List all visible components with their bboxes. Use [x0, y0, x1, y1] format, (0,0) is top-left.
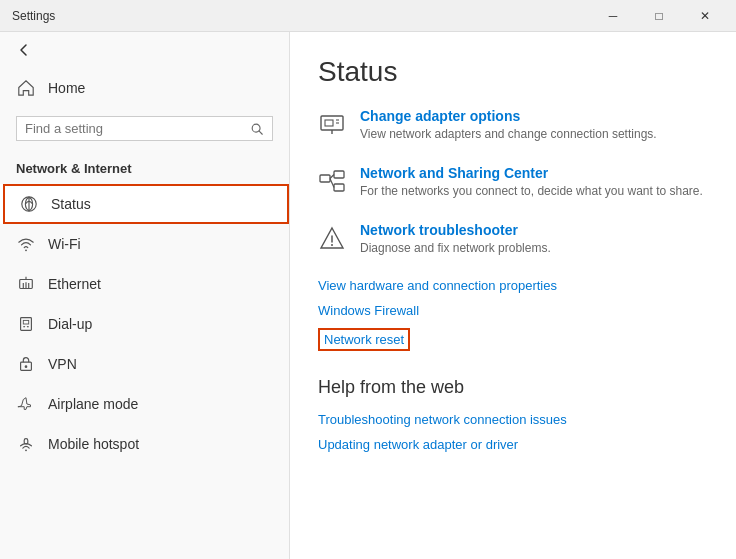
back-button[interactable] — [0, 32, 289, 68]
ethernet-icon — [16, 274, 36, 294]
sharing-text: Network and Sharing Center For the netwo… — [360, 165, 703, 200]
sidebar-item-airplane[interactable]: Airplane mode — [0, 384, 289, 424]
main-panel: Status Change adapter options View netwo… — [290, 32, 736, 559]
hardware-props-link[interactable]: View hardware and connection properties — [318, 278, 708, 293]
troubleshooter-text: Network troubleshooter Diagnose and fix … — [360, 222, 551, 257]
sharing-desc: For the networks you connect to, decide … — [360, 183, 703, 200]
svg-point-16 — [25, 365, 28, 368]
page-title: Status — [318, 56, 708, 88]
dialup-label: Dial-up — [48, 316, 92, 332]
vpn-label: VPN — [48, 356, 77, 372]
section-title: Network & Internet — [0, 149, 289, 184]
dialup-icon — [16, 314, 36, 334]
airplane-icon — [16, 394, 36, 414]
svg-rect-20 — [325, 120, 333, 126]
wifi-icon — [16, 234, 36, 254]
setting-item-troubleshooter: Network troubleshooter Diagnose and fix … — [318, 222, 708, 257]
adapter-text: Change adapter options View network adap… — [360, 108, 657, 143]
search-box[interactable] — [16, 116, 273, 141]
sharing-title[interactable]: Network and Sharing Center — [360, 165, 703, 181]
maximize-button[interactable]: □ — [636, 0, 682, 32]
help-title: Help from the web — [318, 377, 708, 398]
adapter-title[interactable]: Change adapter options — [360, 108, 657, 124]
wifi-label: Wi-Fi — [48, 236, 81, 252]
troubleshooter-title[interactable]: Network troubleshooter — [360, 222, 551, 238]
svg-rect-25 — [334, 171, 344, 178]
main-content: Home Network & Internet — [0, 32, 736, 559]
svg-line-1 — [259, 131, 262, 134]
troubleshooter-desc: Diagnose and fix network problems. — [360, 240, 551, 257]
svg-point-17 — [25, 449, 27, 451]
sharing-icon — [318, 167, 346, 199]
search-input[interactable] — [25, 121, 250, 136]
adapter-icon — [318, 110, 346, 142]
sidebar-item-wifi[interactable]: Wi-Fi — [0, 224, 289, 264]
adapter-desc: View network adapters and change connect… — [360, 126, 657, 143]
title-bar: Settings ─ □ ✕ — [0, 0, 736, 32]
svg-line-28 — [330, 178, 334, 187]
ethernet-label: Ethernet — [48, 276, 101, 292]
home-label: Home — [48, 80, 85, 96]
sidebar: Home Network & Internet — [0, 32, 290, 559]
home-icon — [16, 78, 36, 98]
vpn-icon — [16, 354, 36, 374]
network-reset-link[interactable]: Network reset — [318, 328, 410, 351]
sidebar-item-ethernet[interactable]: Ethernet — [0, 264, 289, 304]
sidebar-item-status[interactable]: Status — [0, 184, 289, 224]
window-controls: ─ □ ✕ — [590, 0, 728, 32]
sidebar-item-hotspot[interactable]: Mobile hotspot — [0, 424, 289, 464]
airplane-label: Airplane mode — [48, 396, 138, 412]
svg-rect-26 — [334, 184, 344, 191]
svg-rect-24 — [320, 175, 330, 182]
window-title: Settings — [12, 9, 55, 23]
troubleshoot-conn-link[interactable]: Troubleshooting network connection issue… — [318, 412, 708, 427]
svg-rect-19 — [321, 116, 343, 130]
status-icon — [19, 194, 39, 214]
sidebar-item-home[interactable]: Home — [0, 68, 289, 108]
close-button[interactable]: ✕ — [682, 0, 728, 32]
minimize-button[interactable]: ─ — [590, 0, 636, 32]
firewall-link[interactable]: Windows Firewall — [318, 303, 708, 318]
settings-window: Settings ─ □ ✕ Home — [0, 0, 736, 559]
status-label: Status — [51, 196, 91, 212]
back-icon — [16, 42, 32, 58]
sidebar-item-vpn[interactable]: VPN — [0, 344, 289, 384]
setting-item-sharing: Network and Sharing Center For the netwo… — [318, 165, 708, 200]
hotspot-label: Mobile hotspot — [48, 436, 139, 452]
svg-rect-12 — [23, 320, 28, 324]
svg-point-5 — [25, 249, 27, 251]
search-icon — [250, 122, 264, 136]
setting-item-adapter: Change adapter options View network adap… — [318, 108, 708, 143]
update-adapter-link[interactable]: Updating network adapter or driver — [318, 437, 708, 452]
troubleshooter-icon — [318, 224, 346, 256]
hotspot-icon — [16, 434, 36, 454]
sidebar-item-dialup[interactable]: Dial-up — [0, 304, 289, 344]
svg-point-30 — [331, 244, 333, 246]
